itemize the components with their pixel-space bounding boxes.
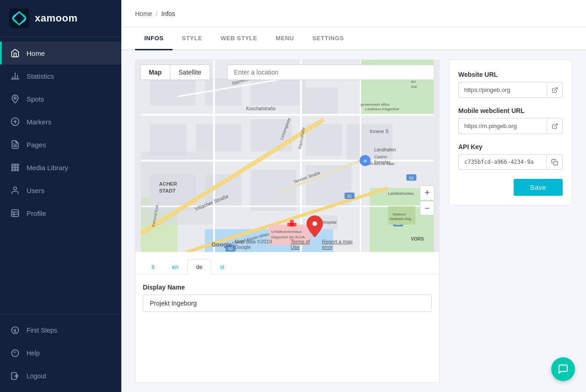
sidebar-item-label: Profile [27, 209, 46, 217]
tab-settings[interactable]: SETTINGS [303, 27, 353, 50]
svg-rect-88 [288, 223, 297, 226]
sidebar-item-home[interactable]: Home [0, 42, 121, 64]
svg-text:Landesmuseu: Landesmuseu [388, 191, 414, 196]
info-card: Website URL Mobile w [449, 59, 572, 205]
svg-text:STADT: STADT [159, 188, 176, 193]
api-key-input[interactable] [458, 154, 546, 170]
sidebar-item-help[interactable]: Help [0, 342, 121, 365]
svg-text:Europlay: Europlay [374, 160, 391, 164]
sidebar-item-pages[interactable]: Pages [0, 133, 121, 156]
svg-text:92: 92 [409, 176, 413, 180]
svg-text:Stadium: Stadium [393, 212, 407, 216]
svg-point-99 [313, 221, 317, 226]
terms-link[interactable]: Terms of Use [291, 239, 320, 250]
svg-text:Landhaus Klagenfurt: Landhaus Klagenfurt [365, 107, 400, 111]
svg-rect-40 [301, 87, 338, 115]
sidebar-item-profile[interactable]: Profile [0, 202, 121, 225]
map-attribution: Google Map data ©2019 Google Terms of Us… [212, 239, 364, 250]
logout-icon [10, 371, 20, 381]
svg-rect-15 [14, 166, 16, 168]
website-url-external-button[interactable] [547, 82, 563, 98]
zoom-in-button[interactable]: + [420, 185, 434, 200]
breadcrumb-home[interactable]: Home [135, 10, 152, 17]
svg-point-20 [14, 187, 17, 190]
zoom-out-button[interactable]: − [420, 201, 434, 215]
map-view-button[interactable]: Map [140, 64, 170, 80]
tab-bar: INFOS STYLE WEB STYLE MENU SETTINGS [121, 27, 586, 50]
svg-line-101 [554, 124, 557, 126]
sidebar-item-label: Help [27, 349, 40, 357]
location-search-input[interactable] [227, 64, 434, 80]
svg-text:Stadthalle Klag...: Stadthalle Klag... [390, 217, 414, 221]
svg-text:Hospital: Hospital [322, 220, 337, 225]
svg-text:Unfallkrankenhaus: Unfallkrankenhaus [271, 230, 302, 234]
sidebar-item-spots[interactable]: Spots [0, 87, 121, 110]
home-icon [10, 48, 20, 58]
content-area: ACHER STADT Innere S Vi [121, 50, 586, 392]
lang-tab-de[interactable]: de [187, 259, 211, 274]
profile-icon [10, 208, 20, 218]
media-icon [10, 162, 20, 172]
sidebar-item-label: Home [27, 49, 45, 57]
svg-text:Lendhafen: Lendhafen [374, 147, 396, 152]
map-zoom-controls: + − [420, 185, 434, 215]
svg-rect-17 [12, 169, 13, 171]
svg-text:Gal.: Gal. [411, 85, 418, 89]
svg-rect-102 [553, 161, 557, 165]
tab-infos[interactable]: INFOS [135, 27, 173, 50]
svg-rect-13 [17, 164, 18, 166]
svg-rect-12 [14, 164, 16, 166]
api-key-field: API Key [458, 143, 563, 170]
map-data-text: Map data ©2019 Google [235, 239, 288, 250]
svg-text:Casino: Casino [374, 155, 387, 159]
svg-text:⊕: ⊕ [364, 159, 367, 163]
sidebar-item-first-steps[interactable]: First Steps [0, 319, 121, 342]
spots-icon [10, 94, 20, 104]
svg-rect-34 [150, 78, 196, 106]
language-tabs: it en de sl [136, 252, 439, 274]
satellite-view-button[interactable]: Satellite [170, 64, 210, 80]
api-key-label: API Key [458, 143, 563, 150]
tab-web-style[interactable]: WEB STYLE [212, 27, 266, 50]
sidebar-item-label: Spots [27, 95, 44, 103]
sidebar-item-label: Pages [27, 141, 46, 149]
mobile-url-input[interactable] [458, 118, 547, 134]
statistics-icon [10, 71, 20, 81]
sidebar: xamoom Home Statistics [0, 0, 121, 392]
lang-tab-sl[interactable]: sl [211, 259, 233, 274]
display-name-input[interactable] [143, 295, 432, 312]
tab-style[interactable]: STYLE [173, 27, 211, 50]
lang-tab-en[interactable]: en [163, 259, 187, 274]
sidebar-item-media-library[interactable]: Media Library [0, 156, 121, 179]
logo-text: xamoom [35, 12, 77, 24]
svg-text:government office: government office [361, 102, 390, 107]
markers-icon [10, 117, 20, 127]
website-url-field: Website URL [458, 71, 563, 98]
users-icon [10, 185, 20, 195]
sidebar-item-markers[interactable]: Markers [0, 110, 121, 133]
website-url-input[interactable] [458, 82, 547, 98]
google-logo: Google [212, 241, 232, 248]
sidebar-item-logout[interactable]: Logout [0, 365, 121, 387]
sidebar-item-label: Markers [27, 118, 51, 126]
first-steps-icon [10, 325, 20, 335]
sidebar-item-statistics[interactable]: Statistics [0, 64, 121, 87]
svg-rect-37 [150, 124, 187, 156]
right-panel: Website URL Mobile w [449, 59, 572, 383]
svg-line-100 [554, 87, 557, 90]
report-link[interactable]: Report a map error [322, 239, 363, 250]
chat-bubble[interactable] [551, 357, 575, 381]
svg-rect-44 [251, 170, 297, 211]
mobile-url-external-button[interactable] [547, 118, 563, 134]
breadcrumb-current: Infos [161, 10, 175, 17]
tab-menu[interactable]: MENU [266, 27, 303, 50]
lang-tab-it[interactable]: it [143, 259, 163, 274]
svg-text:91: 91 [347, 194, 352, 199]
sidebar-item-label: Statistics [27, 72, 54, 80]
breadcrumb-separator: / [156, 10, 157, 17]
sidebar-item-users[interactable]: Users [0, 179, 121, 202]
api-key-copy-button[interactable] [546, 154, 563, 170]
save-button[interactable]: Save [514, 179, 563, 196]
mobile-url-field: Mobile webclient URL [458, 107, 563, 134]
sidebar-item-label: First Steps [27, 327, 57, 334]
